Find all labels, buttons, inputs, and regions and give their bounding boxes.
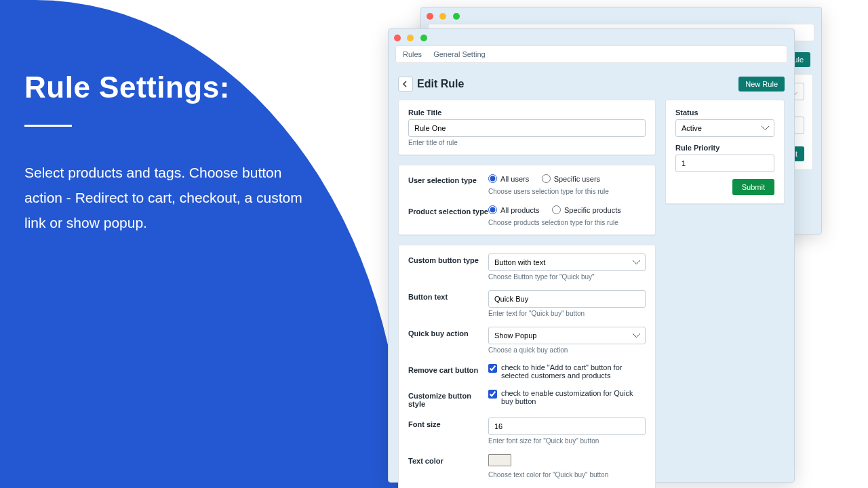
customize-checkbox[interactable]: check to enable customization for Quick … — [488, 389, 646, 405]
action-label: Quick buy action — [408, 327, 488, 338]
submit-button[interactable]: Submit — [732, 179, 774, 195]
action-select[interactable]: Show Popup — [488, 327, 646, 344]
user-selection-help: Choose users selection type for this rul… — [488, 188, 646, 195]
product-selection-label: Product selection type — [408, 205, 488, 216]
rule-title-card: Rule Title Enter title of rule — [398, 100, 656, 155]
button-type-help: Choose Button type for "Quick buy" — [488, 273, 646, 281]
page-title: Edit Rule — [417, 78, 464, 90]
rule-title-help: Enter title of rule — [408, 139, 646, 146]
user-specific-radio[interactable]: Specific users — [542, 174, 600, 183]
promo-body: Select products and tags. Choose button … — [24, 161, 323, 235]
status-select[interactable]: Active — [675, 119, 774, 137]
rule-title-input[interactable] — [408, 119, 646, 137]
action-help: Choose a quick buy action — [488, 346, 646, 354]
promo-heading: Rule Settings: — [24, 70, 350, 104]
foreground-window: Rules General Setting Edit Rule New Rule… — [388, 28, 795, 483]
font-size-input[interactable] — [488, 418, 646, 435]
button-text-help: Enter text for "Quick buy" button — [488, 310, 646, 317]
font-size-label: Font size — [408, 418, 488, 428]
window-close-icon — [427, 13, 433, 20]
tab-rules[interactable]: Rules — [403, 50, 422, 58]
button-type-label: Custom button type — [408, 253, 488, 264]
window-zoom-icon — [453, 13, 460, 20]
divider — [24, 125, 72, 127]
priority-label: Rule Priority — [675, 144, 774, 152]
tab-general[interactable]: General Setting — [433, 50, 485, 58]
button-text-label: Button text — [408, 290, 488, 301]
status-label: Status — [675, 108, 774, 117]
text-color-label: Text color — [408, 454, 488, 465]
button-type-select[interactable]: Button with text — [488, 253, 646, 271]
font-size-help: Enter font size for "Quick buy" button — [488, 437, 646, 445]
user-all-radio[interactable]: All users — [488, 174, 529, 183]
tab-bar: Rules General Setting — [395, 45, 787, 63]
priority-input[interactable] — [675, 155, 774, 172]
rule-title-label: Rule Title — [408, 108, 646, 117]
product-specific-radio[interactable]: Specific products — [552, 205, 621, 214]
back-button[interactable] — [398, 77, 413, 92]
window-close-icon[interactable] — [394, 35, 401, 41]
product-all-radio[interactable]: All products — [488, 205, 539, 214]
status-card: Status Active Rule Priority Submit — [665, 100, 785, 204]
selection-card: User selection type All users Specific u… — [398, 165, 656, 235]
remove-cart-label: Remove cart button — [408, 363, 488, 374]
product-selection-help: Choose products selection type for this … — [488, 219, 646, 226]
window-minimize-icon[interactable] — [407, 35, 414, 41]
button-text-input[interactable] — [488, 290, 646, 308]
new-rule-button[interactable]: New Rule — [738, 77, 785, 92]
remove-cart-checkbox[interactable]: check to hide "Add to cart" button for s… — [488, 363, 646, 380]
user-selection-label: User selection type — [408, 174, 488, 184]
text-color-swatch[interactable] — [488, 454, 511, 466]
window-zoom-icon[interactable] — [420, 35, 427, 41]
window-minimize-icon — [439, 13, 446, 20]
text-color-help: Choose text color for "Quick buy" button — [488, 471, 646, 479]
button-settings-card: Custom button type Button with text Choo… — [398, 245, 656, 488]
customize-label: Customize button style — [408, 389, 488, 408]
